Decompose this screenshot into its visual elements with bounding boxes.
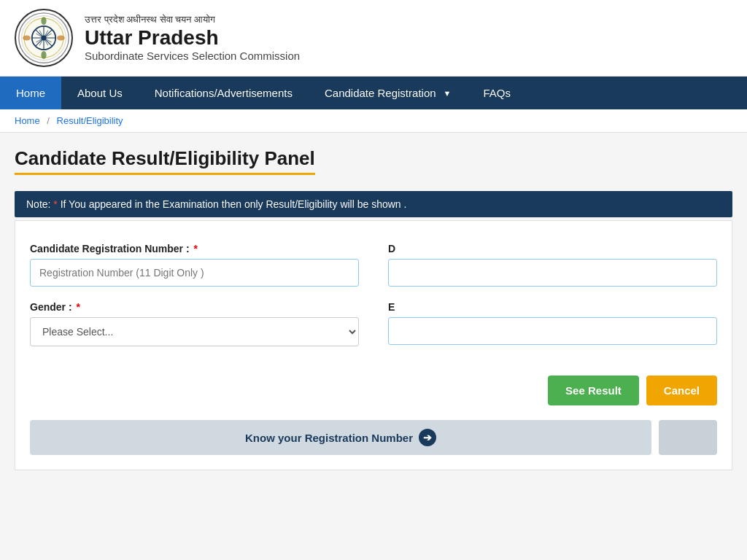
arrow-circle-icon: ➔ — [419, 429, 436, 446]
svg-point-16 — [57, 35, 65, 40]
header-hindi: उत्तर प्रदेश अधीनस्थ सेवा चयन आयोग — [85, 14, 300, 26]
gender-group: Gender : * Please Select... Male Female … — [30, 301, 359, 346]
logo — [15, 9, 73, 67]
svg-point-15 — [23, 35, 31, 40]
reg-number-input[interactable] — [30, 259, 359, 287]
breadcrumb: Home / Result/Eligibility — [0, 109, 747, 133]
form-section: Candidate Registration Number : * D Gend… — [15, 220, 732, 470]
reg-number-group: Candidate Registration Number : * — [30, 243, 359, 287]
gender-select[interactable]: Please Select... Male Female Other — [30, 317, 359, 346]
breadcrumb-home-link[interactable]: Home — [15, 115, 40, 126]
breadcrumb-current: Result/Eligibility — [57, 115, 123, 126]
header-title: Uttar Pradesh — [85, 27, 300, 50]
note-content: If You appeared in the Examination then … — [58, 198, 407, 210]
nav-item-home[interactable]: Home — [0, 77, 61, 109]
page-title: Candidate Result/Eligibility Panel — [15, 147, 315, 175]
buttons-row: See Result Cancel — [15, 368, 732, 413]
e-group: E — [388, 301, 717, 346]
cancel-button[interactable]: Cancel — [646, 376, 717, 405]
nav-item-about[interactable]: About Us — [61, 77, 139, 109]
nav-item-candidate-reg[interactable]: Candidate Registration ▼ — [309, 77, 467, 109]
know-reg-label: Know your Registration Number — [245, 432, 413, 444]
site-header: उत्तर प्रदेश अधीनस्थ सेवा चयन आयोग Uttar… — [0, 0, 747, 77]
logo-emblem — [18, 12, 70, 64]
gender-required: * — [76, 301, 80, 313]
breadcrumb-separator: / — [47, 115, 50, 126]
nav-item-faqs[interactable]: FAQs — [467, 77, 527, 109]
e-label: E — [388, 301, 717, 313]
note-text: Note: * If You appeared in the Examinati… — [26, 198, 406, 210]
main-content: Candidate Result/Eligibility Panel Note:… — [0, 133, 747, 497]
header-subtitle: Subordinate Services Selection Commissio… — [85, 50, 300, 62]
svg-point-14 — [41, 51, 46, 59]
form-container: Candidate Registration Number : * D Gend… — [15, 221, 732, 368]
svg-point-13 — [41, 17, 46, 25]
know-reg-row: Know your Registration Number ➔ — [15, 413, 732, 470]
nav-item-notifications[interactable]: Notifications/Advertisements — [139, 77, 309, 109]
note-label: Note: — [26, 198, 53, 210]
dob-label: D — [388, 243, 717, 254]
e-input[interactable] — [388, 317, 717, 345]
know-reg-button[interactable]: Know your Registration Number ➔ — [30, 420, 651, 455]
gender-label: Gender : * — [30, 301, 359, 313]
reg-label: Candidate Registration Number : * — [30, 243, 359, 254]
reg-required: * — [193, 243, 197, 254]
main-nav: Home About Us Notifications/Advertisemen… — [0, 77, 747, 109]
note-bar: Note: * If You appeared in the Examinati… — [15, 191, 732, 217]
see-result-button[interactable]: See Result — [548, 376, 639, 405]
blank-button[interactable] — [659, 420, 717, 455]
header-text-block: उत्तर प्रदेश अधीनस्थ सेवा चयन आयोग Uttar… — [85, 14, 300, 62]
dropdown-arrow-icon: ▼ — [444, 89, 452, 98]
dob-group: D — [388, 243, 717, 287]
dob-input[interactable] — [388, 259, 717, 287]
